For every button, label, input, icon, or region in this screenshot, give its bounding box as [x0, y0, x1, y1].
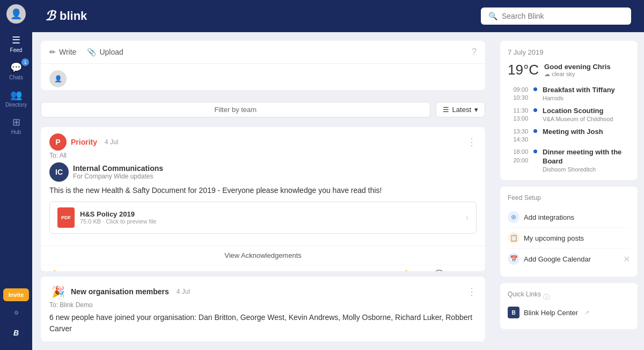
- calendar-date: 7 July 2019: [508, 48, 630, 56]
- settings-icon: ⚙: [14, 310, 19, 316]
- add-integrations-icon: ⊕: [508, 211, 519, 223]
- likes-count: 👍 1 Like: [49, 270, 78, 271]
- quick-links-help-icon[interactable]: ⓘ: [543, 293, 550, 302]
- post-text-2: 6 new people have joined your organisati…: [49, 312, 477, 334]
- filter-bar: Filter by team ☰ Latest ▾: [41, 98, 485, 122]
- post-date: 4 Jul: [105, 138, 118, 146]
- cal-event-2: 11:30 13:00 Location Scouting V&A Museum…: [508, 107, 630, 123]
- event-time-1: 09:00 10:30: [508, 86, 528, 102]
- temperature: 19°C: [508, 62, 539, 78]
- upcoming-posts-label: My upcoming posts: [524, 234, 584, 242]
- post-author-name: Priority: [71, 138, 97, 146]
- cal-event-4: 18:00 20:00 Dinner meeting with the Boar…: [508, 148, 630, 173]
- greeting-info: Good evening Chris ☁ clear sky: [544, 63, 611, 78]
- sidebar-item-chats[interactable]: 💬 Chats 1: [0, 57, 32, 85]
- sidebar-item-feed[interactable]: ☰ Feed: [0, 30, 32, 57]
- channel-info: Internal Communications For Company Wide…: [73, 164, 163, 180]
- sidebar-item-settings[interactable]: ⚙: [13, 306, 19, 320]
- cloud-icon: ☁: [544, 71, 550, 77]
- event-dot-3: [533, 129, 537, 133]
- sort-icon: ☰: [443, 106, 449, 114]
- post-inner-2: 6 new people have joined your organisati…: [41, 310, 485, 341]
- event-loc-1: Harrods: [543, 95, 630, 101]
- avatar[interactable]: 👤: [6, 4, 26, 24]
- sidebar: 👤 ☰ Feed 💬 Chats 1 👥 Directory ⊞ Hub Inv…: [0, 0, 32, 350]
- attachment[interactable]: PDF H&S Policy 2019 75.0 KB · Click to p…: [49, 202, 477, 234]
- event-detail-3: Meeting with Josh: [543, 128, 630, 137]
- hub-icon: ⊞: [12, 116, 20, 128]
- google-calendar-item[interactable]: 📅 Add Google Calendar ✕: [508, 249, 630, 269]
- google-calendar-icon: 📅: [508, 253, 519, 265]
- sky-text: ☁ clear sky: [544, 71, 611, 78]
- post-author-avatar: P: [49, 133, 67, 151]
- write-button[interactable]: ✏ Write: [49, 48, 76, 56]
- sidebar-item-directory[interactable]: 👥 Directory: [0, 85, 32, 112]
- compose-toolbar: ✏ Write 📎 Upload ?: [41, 41, 485, 64]
- search-bar[interactable]: 🔍: [481, 8, 631, 25]
- sort-label: Latest: [452, 106, 471, 114]
- logo: ℬ blink: [45, 9, 87, 24]
- search-input[interactable]: [502, 12, 624, 20]
- event-name-1: Breakfast with Tiffany: [543, 86, 630, 95]
- channel-sub: For Company Wide updates: [73, 173, 163, 180]
- post-author-2: 🎉 New organisation members 4 Jul: [49, 283, 190, 300]
- comment-button[interactable]: 💬 Comment: [435, 270, 477, 271]
- post-more-button-2[interactable]: ⋮: [467, 286, 477, 297]
- feed-icon: ☰: [12, 34, 20, 46]
- add-integrations-item[interactable]: ⊕ Add integrations: [508, 207, 630, 228]
- post-more-button[interactable]: ⋮: [467, 136, 477, 148]
- upload-button[interactable]: 📎 Upload: [87, 48, 123, 56]
- sidebar-item-blink[interactable]: B: [13, 324, 19, 341]
- quick-links-title-row: Quick Links ⓘ: [508, 291, 630, 303]
- logo-icon: ℬ: [45, 9, 55, 24]
- post-inner: IC Internal Communications For Company W…: [41, 160, 485, 245]
- channel-avatar: IC: [49, 162, 69, 182]
- compose-box: ✏ Write 📎 Upload ? 👤: [41, 41, 485, 90]
- like-button[interactable]: 👍 Like: [401, 270, 426, 271]
- upcoming-posts-left: 📋 My upcoming posts: [508, 232, 584, 244]
- attachment-left: PDF H&S Policy 2019 75.0 KB · Click to p…: [57, 207, 156, 228]
- post-to: To: All: [41, 151, 485, 160]
- quick-link-blink-help[interactable]: B Blink Help Center ↗: [508, 303, 630, 322]
- post-card: P Priority 4 Jul ⋮ To: All IC Internal C…: [41, 127, 485, 271]
- post-author-name-2: New organisation members: [71, 287, 169, 296]
- blink-letter: B: [511, 310, 515, 316]
- thumbs-up-icon: 👍: [49, 270, 58, 271]
- upload-label: Upload: [99, 48, 123, 56]
- event-dot-2: [533, 108, 537, 112]
- view-acknowledgements-button[interactable]: View Acknowledgements: [41, 245, 485, 265]
- sidebar-item-hub[interactable]: ⊞ Hub: [0, 112, 32, 139]
- attach-name: H&S Policy 2019: [80, 210, 156, 218]
- attachment-info: H&S Policy 2019 75.0 KB · Click to previ…: [80, 210, 156, 225]
- paperclip-icon: 📎: [87, 48, 96, 56]
- action-buttons: 👍 Like 💬 Comment: [401, 270, 477, 271]
- event-dot-4: [533, 150, 537, 153]
- comment-label: Comment: [447, 270, 477, 271]
- event-name-2: Location Scouting: [543, 107, 630, 116]
- upcoming-posts-item[interactable]: 📋 My upcoming posts: [508, 228, 630, 249]
- post-text: This is the new Health & Safty Document …: [49, 185, 477, 196]
- compose-avatar: 👤: [49, 70, 67, 87]
- quick-links-title: Quick Links: [508, 291, 541, 298]
- event-detail-2: Location Scouting V&A Museum of Childhoo…: [543, 107, 630, 122]
- post-author: P Priority 4 Jul: [49, 133, 118, 151]
- help-icon[interactable]: ?: [472, 47, 477, 57]
- sidebar-bottom: ⚙ B: [13, 306, 19, 346]
- sort-button[interactable]: ☰ Latest ▾: [436, 102, 485, 117]
- invite-button[interactable]: Invite: [3, 288, 30, 301]
- post-actions: 👍 1 Like 👍 Like 💬 Comment: [41, 265, 485, 271]
- logo-text: blink: [60, 9, 87, 23]
- blink-icon: B: [13, 329, 19, 337]
- filter-team-button[interactable]: Filter by team: [41, 102, 430, 117]
- attach-meta: 75.0 KB · Click to preview file: [80, 218, 156, 225]
- event-name-4: Dinner meeting with the Board: [543, 148, 630, 166]
- add-integrations-label: Add integrations: [524, 213, 574, 221]
- chats-badge: 1: [21, 58, 29, 66]
- write-label: Write: [59, 48, 76, 56]
- like-label: Like: [413, 270, 426, 271]
- feed-setup-title: Feed Setup: [508, 194, 630, 202]
- event-time-2: 11:30 13:00: [508, 107, 528, 123]
- blink-help-icon: B: [508, 307, 519, 318]
- sky-label: clear sky: [552, 71, 575, 77]
- close-google-calendar-button[interactable]: ✕: [623, 254, 630, 264]
